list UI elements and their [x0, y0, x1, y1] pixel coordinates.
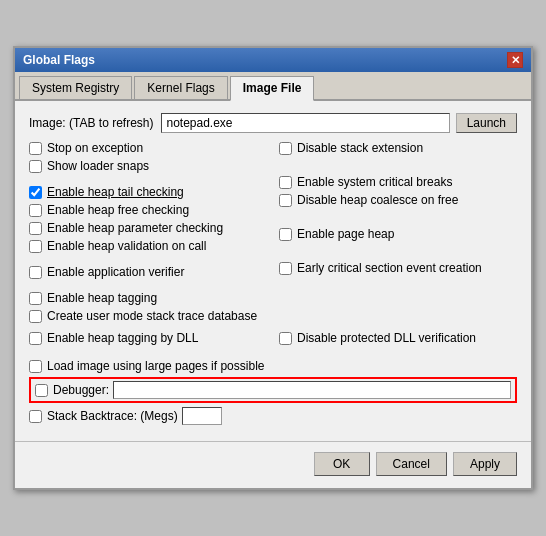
checkbox-heap-tag-dll: Enable heap tagging by DLL	[29, 331, 267, 345]
heap-tagging-checkbox[interactable]	[29, 292, 42, 305]
disable-dll-checkbox[interactable]	[279, 332, 292, 345]
window-title: Global Flags	[23, 53, 95, 67]
image-label: Image: (TAB to refresh)	[29, 116, 153, 130]
title-bar: Global Flags ✕	[15, 48, 531, 72]
cancel-button[interactable]: Cancel	[376, 452, 447, 476]
tab-bar: System Registry Kernel Flags Image File	[15, 72, 531, 101]
lower-left-col: Enable heap tagging by DLL	[29, 331, 273, 349]
show-loader-label[interactable]: Show loader snaps	[47, 159, 149, 173]
checkbox-heap-tagging: Enable heap tagging	[29, 291, 267, 305]
close-button[interactable]: ✕	[507, 52, 523, 68]
heap-tag-dll-label[interactable]: Enable heap tagging by DLL	[47, 331, 198, 345]
disable-coalesce-checkbox[interactable]	[279, 194, 292, 207]
checkbox-early-critical: Early critical section event creation	[279, 261, 517, 275]
heap-valid-checkbox[interactable]	[29, 240, 42, 253]
options-area: Stop on exception Show loader snaps Enab…	[29, 141, 517, 327]
checkbox-show-loader: Show loader snaps	[29, 159, 267, 173]
checkbox-load-large: Load image using large pages if possible	[29, 359, 517, 373]
image-input[interactable]	[161, 113, 449, 133]
user-mode-stack-checkbox[interactable]	[29, 310, 42, 323]
debugger-row: Debugger:	[29, 377, 517, 403]
debugger-input[interactable]	[113, 381, 511, 399]
content-area: Image: (TAB to refresh) Launch Stop on e…	[15, 101, 531, 441]
tab-kernel-flags[interactable]: Kernel Flags	[134, 76, 227, 99]
load-large-checkbox[interactable]	[29, 360, 42, 373]
stop-exception-checkbox[interactable]	[29, 142, 42, 155]
heap-tail-checkbox[interactable]	[29, 186, 42, 199]
left-column: Stop on exception Show loader snaps Enab…	[29, 141, 273, 327]
checkbox-user-mode-stack: Create user mode stack trace database	[29, 309, 267, 323]
early-critical-checkbox[interactable]	[279, 262, 292, 275]
ok-button[interactable]: OK	[314, 452, 370, 476]
sys-critical-label[interactable]: Enable system critical breaks	[297, 175, 452, 189]
tab-system-registry[interactable]: System Registry	[19, 76, 132, 99]
launch-button[interactable]: Launch	[456, 113, 517, 133]
disable-stack-label[interactable]: Disable stack extension	[297, 141, 423, 155]
global-flags-window: Global Flags ✕ System Registry Kernel Fl…	[13, 46, 533, 490]
disable-stack-checkbox[interactable]	[279, 142, 292, 155]
checkbox-disable-dll: Disable protected DLL verification	[279, 331, 517, 345]
checkbox-heap-param: Enable heap parameter checking	[29, 221, 267, 235]
user-mode-stack-label[interactable]: Create user mode stack trace database	[47, 309, 257, 323]
disable-dll-label[interactable]: Disable protected DLL verification	[297, 331, 476, 345]
image-row: Image: (TAB to refresh) Launch	[29, 113, 517, 133]
stack-backtrace-row: Stack Backtrace: (Megs)	[29, 407, 517, 425]
footer: OK Cancel Apply	[15, 441, 531, 488]
checkbox-stop-exception: Stop on exception	[29, 141, 267, 155]
early-critical-label[interactable]: Early critical section event creation	[297, 261, 482, 275]
debugger-checkbox[interactable]	[35, 384, 48, 397]
stop-exception-label[interactable]: Stop on exception	[47, 141, 143, 155]
heap-free-label[interactable]: Enable heap free checking	[47, 203, 189, 217]
checkbox-app-verifier: Enable application verifier	[29, 265, 267, 279]
heap-tag-dll-checkbox[interactable]	[29, 332, 42, 345]
show-loader-checkbox[interactable]	[29, 160, 42, 173]
tab-image-file[interactable]: Image File	[230, 76, 315, 101]
lower-options-area: Enable heap tagging by DLL Disable prote…	[29, 331, 517, 349]
stack-backtrace-checkbox[interactable]	[29, 410, 42, 423]
disable-coalesce-label[interactable]: Disable heap coalesce on free	[297, 193, 458, 207]
heap-valid-label[interactable]: Enable heap validation on call	[47, 239, 206, 253]
heap-param-checkbox[interactable]	[29, 222, 42, 235]
app-verifier-label[interactable]: Enable application verifier	[47, 265, 184, 279]
enable-page-heap-checkbox[interactable]	[279, 228, 292, 241]
checkbox-sys-critical: Enable system critical breaks	[279, 175, 517, 189]
lower-right-col: Disable protected DLL verification	[273, 331, 517, 349]
apply-button[interactable]: Apply	[453, 452, 517, 476]
heap-free-checkbox[interactable]	[29, 204, 42, 217]
load-large-label[interactable]: Load image using large pages if possible	[47, 359, 264, 373]
checkbox-disable-stack: Disable stack extension	[279, 141, 517, 155]
checkbox-disable-coalesce: Disable heap coalesce on free	[279, 193, 517, 207]
sys-critical-checkbox[interactable]	[279, 176, 292, 189]
checkbox-heap-free: Enable heap free checking	[29, 203, 267, 217]
stack-backtrace-input[interactable]	[182, 407, 222, 425]
bottom-section: Load image using large pages if possible…	[29, 353, 517, 425]
checkbox-enable-page-heap: Enable page heap	[279, 227, 517, 241]
right-column: Disable stack extension Enable system cr…	[273, 141, 517, 327]
heap-tail-label[interactable]: Enable heap tail checking	[47, 185, 184, 199]
enable-page-heap-label[interactable]: Enable page heap	[297, 227, 394, 241]
checkbox-heap-valid: Enable heap validation on call	[29, 239, 267, 253]
debugger-label[interactable]: Debugger:	[53, 383, 109, 397]
stack-backtrace-label[interactable]: Stack Backtrace: (Megs)	[47, 409, 178, 423]
checkbox-heap-tail: Enable heap tail checking	[29, 185, 267, 199]
heap-param-label[interactable]: Enable heap parameter checking	[47, 221, 223, 235]
app-verifier-checkbox[interactable]	[29, 266, 42, 279]
heap-tagging-label[interactable]: Enable heap tagging	[47, 291, 157, 305]
